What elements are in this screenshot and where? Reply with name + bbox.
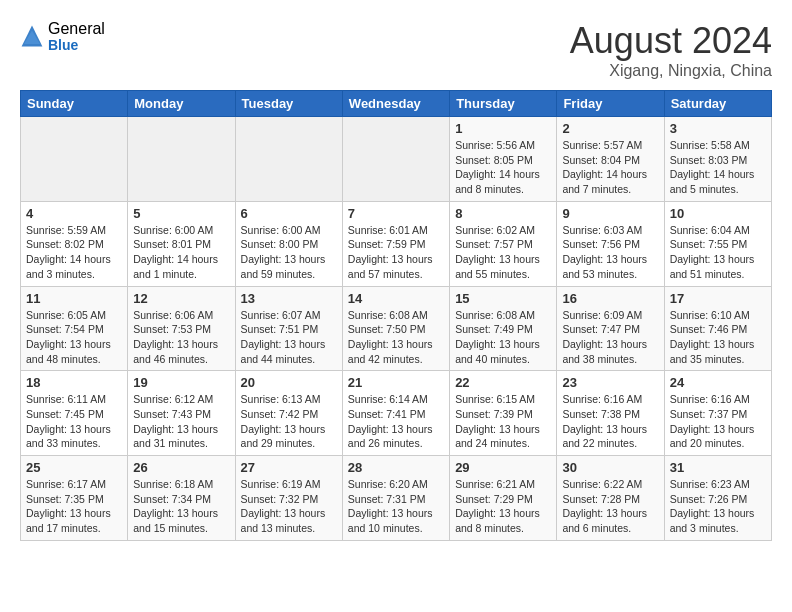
- day-info: Sunrise: 6:13 AM Sunset: 7:42 PM Dayligh…: [241, 392, 337, 451]
- day-number: 29: [455, 460, 551, 475]
- day-number: 31: [670, 460, 766, 475]
- day-number: 22: [455, 375, 551, 390]
- day-number: 19: [133, 375, 229, 390]
- logo-icon: [20, 24, 44, 48]
- logo-text: General Blue: [48, 20, 105, 53]
- calendar-cell: 3Sunrise: 5:58 AM Sunset: 8:03 PM Daylig…: [664, 117, 771, 202]
- calendar-cell: 16Sunrise: 6:09 AM Sunset: 7:47 PM Dayli…: [557, 286, 664, 371]
- day-info: Sunrise: 6:12 AM Sunset: 7:43 PM Dayligh…: [133, 392, 229, 451]
- day-number: 2: [562, 121, 658, 136]
- calendar-week-2: 4Sunrise: 5:59 AM Sunset: 8:02 PM Daylig…: [21, 201, 772, 286]
- calendar-cell: 31Sunrise: 6:23 AM Sunset: 7:26 PM Dayli…: [664, 456, 771, 541]
- day-number: 11: [26, 291, 122, 306]
- calendar-cell: 22Sunrise: 6:15 AM Sunset: 7:39 PM Dayli…: [450, 371, 557, 456]
- day-number: 1: [455, 121, 551, 136]
- calendar-cell: 23Sunrise: 6:16 AM Sunset: 7:38 PM Dayli…: [557, 371, 664, 456]
- calendar-cell: 21Sunrise: 6:14 AM Sunset: 7:41 PM Dayli…: [342, 371, 449, 456]
- calendar-cell: [21, 117, 128, 202]
- day-number: 4: [26, 206, 122, 221]
- day-info: Sunrise: 6:04 AM Sunset: 7:55 PM Dayligh…: [670, 223, 766, 282]
- calendar-cell: 26Sunrise: 6:18 AM Sunset: 7:34 PM Dayli…: [128, 456, 235, 541]
- day-number: 10: [670, 206, 766, 221]
- day-info: Sunrise: 6:08 AM Sunset: 7:49 PM Dayligh…: [455, 308, 551, 367]
- day-info: Sunrise: 6:16 AM Sunset: 7:37 PM Dayligh…: [670, 392, 766, 451]
- calendar-cell: 7Sunrise: 6:01 AM Sunset: 7:59 PM Daylig…: [342, 201, 449, 286]
- day-info: Sunrise: 6:06 AM Sunset: 7:53 PM Dayligh…: [133, 308, 229, 367]
- day-number: 17: [670, 291, 766, 306]
- page-header: General Blue August 2024 Xigang, Ningxia…: [20, 20, 772, 80]
- day-info: Sunrise: 6:19 AM Sunset: 7:32 PM Dayligh…: [241, 477, 337, 536]
- day-info: Sunrise: 6:14 AM Sunset: 7:41 PM Dayligh…: [348, 392, 444, 451]
- day-number: 27: [241, 460, 337, 475]
- day-number: 26: [133, 460, 229, 475]
- day-number: 28: [348, 460, 444, 475]
- day-info: Sunrise: 6:21 AM Sunset: 7:29 PM Dayligh…: [455, 477, 551, 536]
- day-info: Sunrise: 5:56 AM Sunset: 8:05 PM Dayligh…: [455, 138, 551, 197]
- day-number: 30: [562, 460, 658, 475]
- calendar-cell: [342, 117, 449, 202]
- logo-blue: Blue: [48, 38, 105, 53]
- calendar-cell: [235, 117, 342, 202]
- calendar-cell: 13Sunrise: 6:07 AM Sunset: 7:51 PM Dayli…: [235, 286, 342, 371]
- calendar-cell: 14Sunrise: 6:08 AM Sunset: 7:50 PM Dayli…: [342, 286, 449, 371]
- calendar-table: SundayMondayTuesdayWednesdayThursdayFrid…: [20, 90, 772, 541]
- calendar-cell: 15Sunrise: 6:08 AM Sunset: 7:49 PM Dayli…: [450, 286, 557, 371]
- day-number: 23: [562, 375, 658, 390]
- day-info: Sunrise: 6:11 AM Sunset: 7:45 PM Dayligh…: [26, 392, 122, 451]
- calendar-cell: 17Sunrise: 6:10 AM Sunset: 7:46 PM Dayli…: [664, 286, 771, 371]
- day-info: Sunrise: 6:16 AM Sunset: 7:38 PM Dayligh…: [562, 392, 658, 451]
- day-number: 20: [241, 375, 337, 390]
- day-number: 18: [26, 375, 122, 390]
- day-info: Sunrise: 6:15 AM Sunset: 7:39 PM Dayligh…: [455, 392, 551, 451]
- day-info: Sunrise: 6:09 AM Sunset: 7:47 PM Dayligh…: [562, 308, 658, 367]
- calendar-cell: 5Sunrise: 6:00 AM Sunset: 8:01 PM Daylig…: [128, 201, 235, 286]
- day-number: 15: [455, 291, 551, 306]
- weekday-header-friday: Friday: [557, 91, 664, 117]
- logo-general: General: [48, 20, 105, 38]
- weekday-header-row: SundayMondayTuesdayWednesdayThursdayFrid…: [21, 91, 772, 117]
- calendar-cell: 18Sunrise: 6:11 AM Sunset: 7:45 PM Dayli…: [21, 371, 128, 456]
- day-number: 24: [670, 375, 766, 390]
- calendar-week-4: 18Sunrise: 6:11 AM Sunset: 7:45 PM Dayli…: [21, 371, 772, 456]
- weekday-header-thursday: Thursday: [450, 91, 557, 117]
- calendar-cell: 25Sunrise: 6:17 AM Sunset: 7:35 PM Dayli…: [21, 456, 128, 541]
- calendar-cell: 10Sunrise: 6:04 AM Sunset: 7:55 PM Dayli…: [664, 201, 771, 286]
- calendar-week-5: 25Sunrise: 6:17 AM Sunset: 7:35 PM Dayli…: [21, 456, 772, 541]
- calendar-cell: 9Sunrise: 6:03 AM Sunset: 7:56 PM Daylig…: [557, 201, 664, 286]
- calendar-week-1: 1Sunrise: 5:56 AM Sunset: 8:05 PM Daylig…: [21, 117, 772, 202]
- day-number: 9: [562, 206, 658, 221]
- month-title: August 2024: [570, 20, 772, 62]
- weekday-header-sunday: Sunday: [21, 91, 128, 117]
- day-info: Sunrise: 6:10 AM Sunset: 7:46 PM Dayligh…: [670, 308, 766, 367]
- day-info: Sunrise: 5:57 AM Sunset: 8:04 PM Dayligh…: [562, 138, 658, 197]
- calendar-cell: 27Sunrise: 6:19 AM Sunset: 7:32 PM Dayli…: [235, 456, 342, 541]
- day-info: Sunrise: 6:18 AM Sunset: 7:34 PM Dayligh…: [133, 477, 229, 536]
- calendar-cell: 2Sunrise: 5:57 AM Sunset: 8:04 PM Daylig…: [557, 117, 664, 202]
- day-number: 13: [241, 291, 337, 306]
- calendar-cell: 19Sunrise: 6:12 AM Sunset: 7:43 PM Dayli…: [128, 371, 235, 456]
- day-info: Sunrise: 6:17 AM Sunset: 7:35 PM Dayligh…: [26, 477, 122, 536]
- calendar-cell: 12Sunrise: 6:06 AM Sunset: 7:53 PM Dayli…: [128, 286, 235, 371]
- title-area: August 2024 Xigang, Ningxia, China: [570, 20, 772, 80]
- calendar-cell: 30Sunrise: 6:22 AM Sunset: 7:28 PM Dayli…: [557, 456, 664, 541]
- weekday-header-wednesday: Wednesday: [342, 91, 449, 117]
- day-number: 14: [348, 291, 444, 306]
- calendar-cell: 24Sunrise: 6:16 AM Sunset: 7:37 PM Dayli…: [664, 371, 771, 456]
- calendar-cell: 11Sunrise: 6:05 AM Sunset: 7:54 PM Dayli…: [21, 286, 128, 371]
- day-number: 7: [348, 206, 444, 221]
- logo: General Blue: [20, 20, 105, 53]
- calendar-cell: 8Sunrise: 6:02 AM Sunset: 7:57 PM Daylig…: [450, 201, 557, 286]
- day-number: 25: [26, 460, 122, 475]
- day-info: Sunrise: 5:59 AM Sunset: 8:02 PM Dayligh…: [26, 223, 122, 282]
- calendar-cell: [128, 117, 235, 202]
- day-info: Sunrise: 6:00 AM Sunset: 8:01 PM Dayligh…: [133, 223, 229, 282]
- day-number: 21: [348, 375, 444, 390]
- calendar-cell: 4Sunrise: 5:59 AM Sunset: 8:02 PM Daylig…: [21, 201, 128, 286]
- location: Xigang, Ningxia, China: [570, 62, 772, 80]
- day-info: Sunrise: 6:02 AM Sunset: 7:57 PM Dayligh…: [455, 223, 551, 282]
- day-number: 3: [670, 121, 766, 136]
- day-info: Sunrise: 6:05 AM Sunset: 7:54 PM Dayligh…: [26, 308, 122, 367]
- calendar-cell: 29Sunrise: 6:21 AM Sunset: 7:29 PM Dayli…: [450, 456, 557, 541]
- day-info: Sunrise: 6:01 AM Sunset: 7:59 PM Dayligh…: [348, 223, 444, 282]
- calendar-cell: 6Sunrise: 6:00 AM Sunset: 8:00 PM Daylig…: [235, 201, 342, 286]
